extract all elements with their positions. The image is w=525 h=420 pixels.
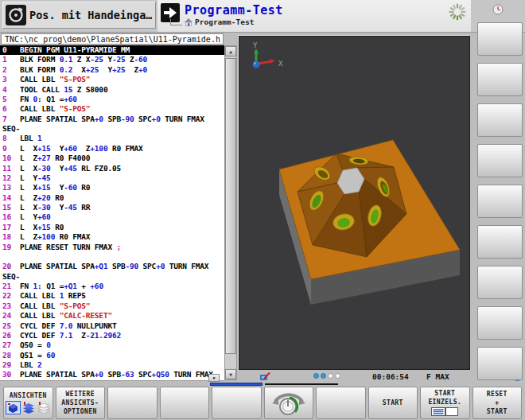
mode-tree-branch: [170, 19, 182, 25]
progress-dots: [313, 373, 340, 379]
header: Pos. mit Handeinga… Programm-Test Progra…: [0, 0, 525, 33]
code-line[interactable]: 18L Z+100 R0 FMAX: [0, 232, 224, 242]
softkey-page-indicator-active: [210, 383, 262, 386]
code-line[interactable]: 1BLK FORM 0.1 Z X-25 Y-25 Z-60: [0, 55, 224, 64]
right-softkey-9[interactable]: [477, 347, 523, 380]
softkey-start-einzelsatz[interactable]: START EINZELS.: [420, 387, 470, 419]
progress-dot: [321, 373, 326, 379]
code-listing: 0BEGIN PGM U11-PYRAMIDE MM1BLK FORM 0.1 …: [0, 45, 224, 380]
code-line[interactable]: 3CALL LBL "S-POS": [0, 75, 224, 84]
view-layers-gray-icon: [37, 401, 51, 414]
tnc-screen: Pos. mit Handeinga… Programm-Test Progra…: [0, 0, 525, 420]
softkey-reset-start[interactable]: RESET + START: [472, 387, 523, 419]
softkey-weitere-ansichts-optionen[interactable]: WEITERE ANSICHTS- OPTIONEN: [56, 387, 106, 419]
softkey-empty-5[interactable]: [212, 387, 262, 419]
progress-dot: [313, 373, 319, 379]
nc-program-listing[interactable]: 0BEGIN PGM U11-PYRAMIDE MM1BLK FORM 0.1 …: [0, 45, 224, 381]
code-line[interactable]: 20PLANE SPATIAL SPA+Q1 SPB-90 SPC+0 TURN…: [0, 262, 224, 271]
softkey-empty-3[interactable]: [107, 387, 158, 419]
program-path[interactable]: TNC:\nc_prog\demo\PlaneSpatial\U11-Pyram…: [1, 33, 224, 45]
scroll-down-arrow-icon[interactable]: ▼: [225, 369, 236, 379]
softkey-row: ANSICHTEN: [0, 387, 525, 419]
single-block-icon: [431, 407, 458, 416]
progress-dot: [335, 373, 340, 379]
axis-indicator: Y X: [253, 41, 284, 68]
code-line[interactable]: 2BLK FORM 0.2 X+25 Y+25 Z+0: [0, 65, 224, 75]
tab-manual-mode[interactable]: Pos. mit Handeinga…: [2, 2, 156, 29]
axis-y-label: Y: [253, 41, 258, 49]
code-line[interactable]: 21FN 1: Q1 =+Q1 + +60: [0, 282, 224, 291]
code-line[interactable]: 5FN 0: Q1 =+60: [0, 95, 224, 104]
code-line[interactable]: 23CALL LBL "S-POS": [0, 301, 224, 311]
home-icon: [185, 18, 192, 26]
right-softkey-8[interactable]: [477, 306, 523, 340]
right-softkey-5[interactable]: [477, 185, 523, 218]
right-softkey-6[interactable]: [477, 225, 523, 259]
code-line[interactable]: 13L X+15 Y-60 R0: [0, 183, 224, 192]
active-screen-tab[interactable]: Programm-Test: [185, 18, 254, 26]
code-line[interactable]: 8LBL 1: [0, 134, 224, 143]
scroll-up-arrow-icon[interactable]: ▲: [225, 46, 236, 56]
right-softkey-2[interactable]: [477, 63, 523, 96]
code-line[interactable]: 11L X-30 Y+45 RL FZ0.05: [0, 164, 224, 173]
override-dial-icon: [270, 391, 307, 416]
code-line[interactable]: 25CYCL DEF 7.0 NULLPUNKT: [0, 321, 224, 331]
simulation-status-bar: 00:06:54 F MAX: [239, 371, 512, 383]
machining-time: 00:06:54: [372, 372, 409, 381]
code-line[interactable]: 6CALL LBL "S-POS": [0, 104, 224, 114]
right-softkey-4[interactable]: [477, 144, 523, 177]
code-line[interactable]: 28Q51 = 60: [0, 351, 224, 360]
code-line[interactable]: 12L Y-45: [0, 173, 224, 183]
scrollbar-thumb[interactable]: [225, 58, 236, 354]
code-line[interactable]: 19PLANE RESET TURN FMAX ;: [0, 243, 224, 252]
code-line[interactable]: 4TOOL CALL 15 Z S8000: [0, 85, 224, 95]
softkey-page-indicator: [265, 383, 338, 385]
code-line[interactable]: 10L Z+27 R0 F4000: [0, 154, 224, 163]
code-line[interactable]: 29LBL 2: [0, 360, 224, 370]
view-3d-icon: [6, 401, 21, 414]
code-line[interactable]: 24CALL LBL "CALC-RESET": [0, 311, 224, 321]
softkey-empty-7[interactable]: [316, 387, 366, 419]
spinner-icon: [448, 2, 467, 25]
code-line[interactable]: 30PLANE SPATIAL SPA+0 SPB-63 SPC+Q50 TUR…: [0, 370, 224, 379]
simulation-viewport[interactable]: Y X: [239, 36, 470, 370]
code-line[interactable]: 14L Z+20 R0: [0, 193, 224, 203]
code-scrollbar[interactable]: ▲ ▼: [224, 45, 237, 380]
right-softkey-1[interactable]: [477, 22, 523, 56]
view-select-icons: [6, 401, 51, 414]
view-layers-blue-icon: [21, 401, 36, 414]
softkey-empty-4[interactable]: [160, 387, 210, 419]
active-mode-title: Programm-Test: [185, 3, 283, 18]
right-softkey-3[interactable]: [477, 103, 523, 137]
code-line[interactable]: 0BEGIN PGM U11-PYRAMIDE MM: [0, 45, 224, 55]
softkey-override[interactable]: [264, 387, 314, 419]
machined-part: [279, 140, 460, 305]
clock-icon: [492, 3, 504, 18]
code-line[interactable]: 9L X+15 Y+60 Z+100 R0 FMAX: [0, 144, 224, 154]
code-line[interactable]: 22CALL LBL 1 REP5: [0, 291, 224, 301]
code-line-blank[interactable]: [0, 252, 224, 262]
code-dropdown-arrow-icon[interactable]: ▼: [208, 374, 220, 382]
tool-edit-icon: [259, 371, 271, 383]
axis-x-label: X: [278, 60, 283, 68]
code-line[interactable]: 16L Y+60: [0, 212, 224, 222]
code-line[interactable]: 27Q50 = 0: [0, 340, 224, 350]
tab-manual-mode-label: Pos. mit Handeinga…: [29, 9, 152, 21]
code-line[interactable]: SEQ-: [0, 272, 224, 282]
feed-rate: F MAX: [426, 372, 449, 381]
code-line[interactable]: SEQ-: [0, 124, 224, 134]
right-softkey-column: [477, 22, 523, 380]
code-line[interactable]: 7PLANE SPATIAL SPA+0 SPB-90 SPC+0 TURN F…: [0, 115, 224, 124]
active-screen-tab-label: Programm-Test: [195, 18, 254, 26]
softkey-ansichten[interactable]: ANSICHTEN: [3, 387, 53, 419]
progress-dot: [328, 373, 333, 379]
softkey-start[interactable]: START: [368, 387, 418, 419]
code-line[interactable]: 15L X-30 Y-45 RR: [0, 203, 224, 212]
manual-mode-icon: [6, 5, 26, 25]
code-line[interactable]: 17L X+15 R0: [0, 223, 224, 232]
right-softkey-7[interactable]: [477, 266, 523, 299]
code-line[interactable]: 26CYCL DEF 7.1 Z-21.2962: [0, 331, 224, 340]
